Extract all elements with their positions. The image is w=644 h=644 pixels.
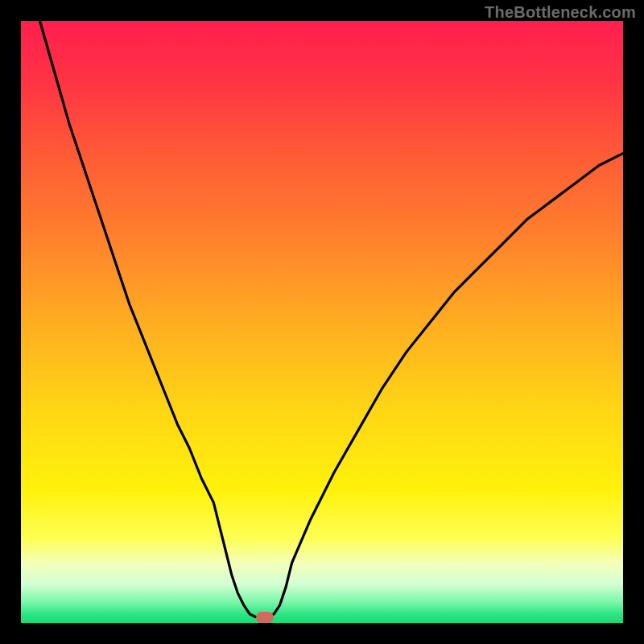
optimum-marker: [256, 612, 274, 623]
gradient-background: [21, 21, 623, 623]
bottleneck-chart: [21, 21, 623, 623]
chart-frame: [21, 21, 623, 623]
watermark-text: TheBottleneck.com: [485, 3, 636, 22]
